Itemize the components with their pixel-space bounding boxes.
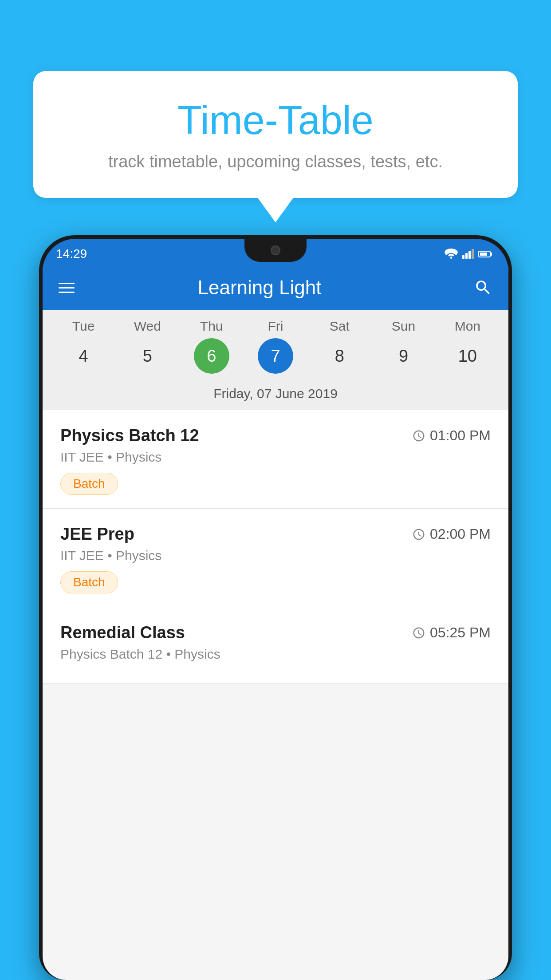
schedule-subtitle-1: IIT JEE • Physics [60,450,491,465]
day-label-tue: Tue [57,319,110,334]
schedule-title-2: JEE Prep [60,525,134,544]
schedule-time-1: 01:00 PM [412,427,491,444]
day-label-fri: Fri [249,319,302,334]
batch-tag-2: Batch [60,571,118,593]
speech-bubble: Time-Table track timetable, upcoming cla… [33,71,518,198]
phone-inner: 14:29 [43,239,508,980]
date-10[interactable]: 10 [450,338,485,374]
clock-icon-2 [412,528,425,541]
schedule-item-2[interactable]: JEE Prep 02:00 PM IIT JEE • Physics Batc… [43,509,508,607]
day-label-wed: Wed [121,319,174,334]
phone-screen: Learning Light Tue Wed Thu Fri Sat Sun M… [43,265,508,980]
battery-fill [480,253,487,256]
camera [271,245,280,255]
date-9[interactable]: 9 [386,338,421,374]
schedule-time-text-1: 01:00 PM [430,427,491,444]
batch-tag-1: Batch [60,473,118,495]
schedule-item-1[interactable]: Physics Batch 12 01:00 PM IIT JEE • Phys… [43,410,508,509]
status-time: 14:29 [56,247,87,261]
schedule-item-2-header: JEE Prep 02:00 PM [60,525,491,544]
schedule-subtitle-3: Physics Batch 12 • Physics [60,647,491,662]
schedule-title-1: Physics Batch 12 [60,426,199,445]
app-title: Learning Light [59,277,460,299]
phone-notch [244,239,307,262]
date-7-selected[interactable]: 7 [258,338,293,374]
speech-bubble-title: Time-Table [69,98,482,143]
wifi-icon [445,249,458,259]
battery-icon [478,251,491,257]
calendar-days-header: Tue Wed Thu Fri Sat Sun Mon [43,319,508,334]
speech-bubble-section: Time-Table track timetable, upcoming cla… [33,71,518,222]
date-8[interactable]: 8 [322,338,357,374]
day-label-thu: Thu [185,319,238,334]
schedule-item-3-header: Remedial Class 05:25 PM [60,623,491,642]
speech-bubble-subtitle: track timetable, upcoming classes, tests… [69,152,482,171]
schedule-title-3: Remedial Class [60,623,185,642]
date-5[interactable]: 5 [130,338,165,374]
schedule-subtitle-2: IIT JEE • Physics [60,548,491,563]
status-icons [445,249,491,259]
battery-tip [491,253,492,256]
schedule-item-3[interactable]: Remedial Class 05:25 PM Physics Batch 12… [43,607,508,684]
calendar-strip: Tue Wed Thu Fri Sat Sun Mon 4 5 6 7 8 9 … [43,310,508,410]
calendar-dates: 4 5 6 7 8 9 10 [43,338,508,374]
day-label-sat: Sat [313,319,366,334]
phone-frame: 14:29 [39,235,512,980]
clock-icon-1 [412,429,425,443]
clock-icon-3 [412,626,425,640]
schedule-time-text-3: 05:25 PM [430,624,491,641]
schedule-item-1-header: Physics Batch 12 01:00 PM [60,426,491,445]
speech-bubble-arrow [258,198,293,222]
date-6-today[interactable]: 6 [194,338,229,374]
schedule-time-3: 05:25 PM [412,624,491,641]
schedule-time-2: 02:00 PM [412,526,491,542]
selected-date-label: Friday, 07 June 2019 [43,381,508,410]
day-label-mon: Mon [441,319,494,334]
date-4[interactable]: 4 [66,338,101,374]
app-bar: Learning Light [43,265,508,310]
schedule-time-text-2: 02:00 PM [430,526,491,542]
day-label-sun: Sun [377,319,430,334]
search-icon[interactable] [474,278,492,297]
schedule-list: Physics Batch 12 01:00 PM IIT JEE • Phys… [43,410,508,684]
signal-icon [462,249,474,259]
